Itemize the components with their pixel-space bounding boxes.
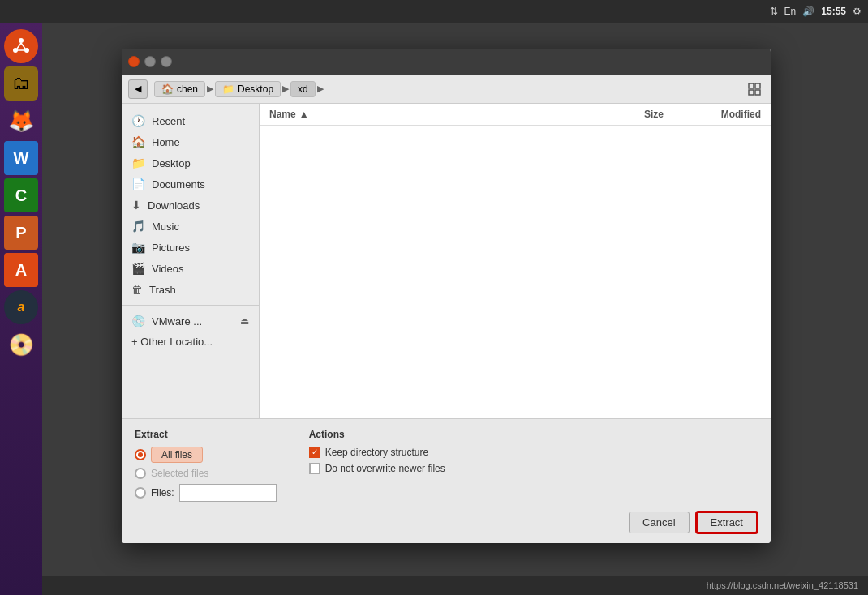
recent-icon: 🕐: [131, 114, 145, 127]
sidebar-item-pictures[interactable]: 📷 Pictures: [122, 237, 259, 258]
keep-structure-label: Keep directory structure: [325, 447, 428, 458]
sidebar-item-trash[interactable]: 🗑 Trash: [122, 279, 259, 300]
volume-icon: 🔊: [802, 6, 814, 17]
lang-indicator: En: [784, 6, 797, 17]
maximize-button[interactable]: [161, 56, 172, 67]
cancel-button[interactable]: Cancel: [629, 512, 689, 533]
downloads-icon: ⬇: [131, 199, 141, 212]
extract-title: Extract: [135, 429, 277, 440]
dock-files[interactable]: 🗂: [4, 66, 38, 101]
svg-rect-9: [749, 90, 754, 95]
dock: 🗂 🦊 W C P A a 📀: [0, 23, 42, 595]
dialog-buttons: Cancel Extract: [135, 512, 758, 533]
pictures-icon: 📷: [131, 241, 145, 254]
dock-calc[interactable]: C: [4, 178, 38, 212]
bottom-panel: Extract All files Selected files: [122, 418, 771, 543]
bottom-sections: Extract All files Selected files: [135, 429, 758, 502]
dock-impress[interactable]: P: [4, 216, 38, 250]
taskbar: ⇅ En 🔊 15:55 ⚙: [0, 0, 868, 23]
breadcrumb-home[interactable]: 🏠 chen: [154, 81, 205, 97]
sidebar-item-desktop[interactable]: 📁 Desktop: [122, 152, 259, 173]
no-overwrite-label: Do not overwrite newer files: [325, 463, 445, 474]
clock: 15:55: [821, 6, 846, 17]
music-icon: 🎵: [131, 220, 145, 233]
checkbox-keep-structure[interactable]: Keep directory structure: [309, 447, 445, 458]
sidebar-item-videos[interactable]: 🎬 Videos: [122, 258, 259, 279]
no-overwrite-checkbox: [309, 463, 320, 474]
dock-appstore[interactable]: A: [4, 253, 38, 287]
documents-icon: 📄: [131, 178, 145, 190]
back-button[interactable]: ◀: [128, 79, 148, 99]
content-area: 🕐 Recent 🏠 Home 📁 Desktop 📄 Documents ⬇ …: [122, 104, 771, 418]
extract-button[interactable]: Extract: [696, 512, 758, 533]
file-header: Name ▲ Size Modified: [260, 104, 771, 126]
dock-writer[interactable]: W: [4, 141, 38, 175]
all-files-label: All files: [151, 447, 203, 463]
sidebar-item-recent[interactable]: 🕐 Recent: [122, 110, 259, 131]
sidebar-item-downloads[interactable]: ⬇ Downloads: [122, 195, 259, 216]
sidebar-item-music[interactable]: 🎵 Music: [122, 216, 259, 237]
svg-rect-7: [749, 83, 754, 88]
home-icon: 🏠: [161, 83, 174, 95]
file-pane: Name ▲ Size Modified: [260, 104, 771, 418]
sidebar-item-other[interactable]: + Other Locatio...: [122, 332, 259, 352]
dock-amazon[interactable]: a: [4, 290, 38, 324]
breadcrumb-sep-1: ▶: [207, 83, 213, 94]
url-text: https://blog.csdn.net/weixin_42118531: [707, 580, 858, 590]
close-button[interactable]: [128, 56, 140, 67]
file-dialog-window: ◀ 🏠 chen ▶ 📁 Desktop ▶ xd ▶: [122, 49, 771, 543]
sidebar-item-home[interactable]: 🏠 Home: [122, 131, 259, 152]
eject-button[interactable]: ⏏: [240, 315, 249, 327]
radio-all-files[interactable]: All files: [135, 447, 277, 463]
url-bar: https://blog.csdn.net/weixin_42118531: [0, 576, 868, 595]
breadcrumb-sep-2: ▶: [282, 83, 289, 94]
sidebar-item-vmware[interactable]: 💿 VMware ... ⏏: [122, 310, 259, 332]
extract-radio-group: All files Selected files Files:: [135, 447, 277, 502]
vmware-icon: 💿: [131, 315, 145, 327]
keep-structure-checkbox: [309, 447, 320, 458]
checkbox-no-overwrite[interactable]: Do not overwrite newer files: [309, 463, 445, 474]
sidebar-divider: [122, 305, 259, 306]
breadcrumb: 🏠 chen ▶ 📁 Desktop ▶ xd ▶: [154, 81, 324, 97]
radio-all-files-circle: [135, 449, 146, 460]
column-modified[interactable]: Modified: [664, 109, 761, 120]
desktop-icon: 📁: [131, 156, 145, 169]
trash-icon: 🗑: [131, 283, 143, 296]
titlebar: [122, 49, 771, 75]
dock-dvd[interactable]: 📀: [4, 327, 38, 362]
dock-ubuntu[interactable]: [4, 29, 38, 63]
svg-rect-10: [755, 90, 760, 95]
column-name[interactable]: Name ▲: [269, 109, 599, 120]
expand-button[interactable]: [745, 79, 764, 99]
selected-files-label: Selected files: [151, 468, 208, 479]
actions-title: Actions: [309, 429, 445, 440]
column-size[interactable]: Size: [599, 109, 664, 120]
videos-icon: 🎬: [131, 262, 145, 275]
svg-rect-8: [755, 83, 760, 88]
extract-section: Extract All files Selected files: [135, 429, 277, 502]
file-body: [260, 126, 771, 418]
sidebar: 🕐 Recent 🏠 Home 📁 Desktop 📄 Documents ⬇ …: [122, 104, 260, 418]
dock-firefox[interactable]: 🦊: [4, 104, 38, 138]
checkbox-group: Keep directory structure Do not overwrit…: [309, 447, 445, 474]
radio-selected-files[interactable]: Selected files: [135, 468, 277, 479]
minimize-button[interactable]: [144, 56, 156, 67]
sidebar-item-documents[interactable]: 📄 Documents: [122, 173, 259, 195]
home-nav-icon: 🏠: [131, 135, 145, 148]
toolbar: ◀ 🏠 chen ▶ 📁 Desktop ▶ xd ▶: [122, 75, 771, 104]
breadcrumb-xd[interactable]: xd: [290, 81, 316, 97]
radio-files-row: Files:: [135, 484, 277, 502]
breadcrumb-desktop[interactable]: 📁 Desktop: [215, 81, 281, 97]
files-label: Files:: [151, 487, 174, 499]
sort-icon: ⇅: [770, 6, 778, 17]
breadcrumb-sep-3: ▶: [317, 83, 324, 94]
actions-section: Actions Keep directory structure Do not …: [309, 429, 445, 502]
svg-point-1: [19, 38, 24, 43]
folder-icon-desktop: 📁: [222, 83, 234, 95]
files-input[interactable]: [179, 484, 277, 502]
radio-files-circle: [135, 487, 146, 499]
settings-icon: ⚙: [853, 6, 862, 17]
radio-selected-files-circle: [135, 468, 146, 479]
